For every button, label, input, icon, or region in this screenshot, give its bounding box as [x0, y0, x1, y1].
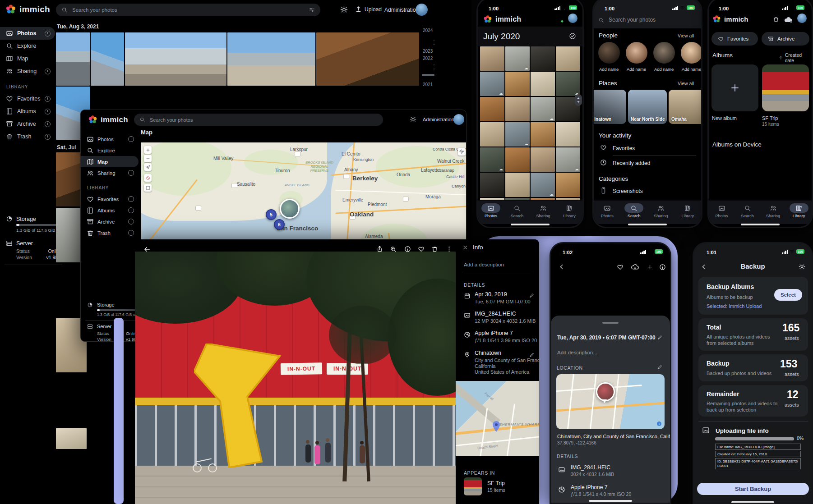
photo-thumbnail[interactable] — [505, 198, 530, 200]
info-icon[interactable] — [45, 109, 51, 115]
photo-thumbnail[interactable] — [91, 32, 124, 86]
photo-thumbnail[interactable] — [505, 147, 530, 172]
favorite-heart-icon[interactable] — [418, 246, 425, 252]
nav-sharing[interactable]: Sharing — [647, 203, 674, 218]
info-icon[interactable] — [128, 136, 134, 142]
photo-thumbnail[interactable] — [531, 173, 555, 197]
place-tile[interactable]: Omaha — [669, 90, 702, 124]
map-info-icon[interactable] — [656, 421, 662, 426]
search-input[interactable]: Search your photos — [56, 4, 320, 16]
immich-logo[interactable]: immich — [88, 115, 128, 124]
nav-library[interactable]: Library — [674, 203, 702, 218]
search-input[interactable]: Search your photos — [134, 114, 383, 126]
album-tile-sf-trip[interactable] — [762, 64, 809, 111]
back-arrow-icon[interactable] — [143, 245, 151, 253]
photo-thumbnail[interactable] — [531, 198, 555, 200]
info-icon[interactable] — [45, 121, 51, 127]
add-name-link[interactable]: Add name — [682, 67, 701, 72]
avatar[interactable] — [568, 14, 577, 23]
sidebar-item-explore[interactable]: Explore — [0, 40, 55, 52]
photo-thumbnail[interactable] — [556, 122, 580, 147]
photo-thumbnail[interactable] — [531, 147, 555, 172]
photo-thumbnail[interactable] — [505, 97, 530, 121]
info-icon[interactable] — [45, 96, 51, 102]
favorites-button[interactable]: Favorites — [711, 32, 758, 46]
photo-innout[interactable]: IN-N-OUT IN-N-OUT — [135, 252, 456, 504]
theme-sun-icon[interactable] — [340, 6, 348, 14]
search-input[interactable]: Search your photos — [598, 17, 656, 23]
person-face[interactable] — [598, 42, 620, 64]
photo-thumbnail[interactable] — [480, 72, 504, 96]
info-icon[interactable] — [45, 134, 51, 140]
nav-search[interactable]: Search — [504, 203, 530, 218]
sidebar-item-trash[interactable]: Trash — [0, 130, 55, 143]
photo-thumbnail[interactable] — [480, 198, 504, 200]
map-cluster-marker[interactable]: 5 — [266, 209, 277, 220]
description-input[interactable]: Add description... — [557, 350, 597, 355]
nav-sharing[interactable]: Sharing — [530, 203, 556, 218]
photo-thumbnail[interactable] — [480, 173, 504, 197]
photo-thumbnail[interactable] — [531, 72, 555, 96]
map-zoom-out-button[interactable] — [144, 155, 152, 162]
map-settings-gear-icon[interactable] — [458, 148, 466, 156]
immich-logo[interactable]: immich — [5, 4, 50, 15]
info-icon[interactable] — [128, 219, 134, 225]
location-minimap[interactable]: Pier 45 FISHERMAN'S WHARF Beach Street — [456, 381, 539, 456]
detail-sheet[interactable]: Tue, Apr 30, 2019 • 6:07 PM GMT-07:00 Ad… — [551, 316, 670, 504]
drag-handle[interactable] — [602, 322, 619, 324]
sidebar-item-photos[interactable]: Photos — [0, 27, 55, 40]
view-all-link[interactable]: View all — [678, 33, 694, 38]
select-button[interactable]: Select — [774, 289, 802, 301]
delete-icon[interactable] — [431, 246, 438, 252]
sidebar-item-archive[interactable]: Archive — [81, 216, 139, 227]
person-face[interactable] — [681, 42, 702, 64]
map-locate-button[interactable] — [144, 163, 152, 171]
nav-sharing[interactable]: Sharing — [760, 203, 786, 218]
photo-thumbnail[interactable] — [480, 97, 504, 121]
edit-pencil-icon[interactable] — [529, 293, 535, 298]
favorites-row[interactable]: Favorites — [613, 145, 635, 151]
map-toggle-markers-button[interactable] — [144, 174, 152, 182]
nav-photos[interactable]: Photos — [478, 203, 504, 218]
photo-thumbnail[interactable] — [531, 46, 555, 71]
edit-pencil-icon[interactable] — [529, 352, 535, 357]
info-icon[interactable] — [128, 196, 134, 202]
photo-thumbnail[interactable] — [556, 198, 580, 200]
recently-added-row[interactable]: Recently added — [613, 160, 650, 166]
edit-pencil-icon[interactable] — [657, 364, 663, 370]
photo-thumbnail[interactable] — [505, 72, 530, 96]
sidebar-item-archive[interactable]: Archive — [0, 118, 55, 130]
screenshots-row[interactable]: Screenshots — [613, 188, 643, 194]
photo-thumbnail[interactable] — [56, 428, 87, 449]
nav-search[interactable]: Search — [734, 203, 760, 218]
album-thumbnail[interactable] — [464, 477, 482, 495]
sidebar-item-photos[interactable]: Photos — [81, 133, 139, 145]
person-face[interactable] — [626, 42, 647, 64]
cloud-sync-icon[interactable] — [784, 16, 793, 23]
sort-by-created-date[interactable]: Created date — [779, 52, 812, 63]
sidebar-item-favorites[interactable]: Favorites — [81, 193, 139, 205]
fast-scroll-handle[interactable] — [575, 94, 582, 106]
trash-icon[interactable] — [773, 16, 779, 23]
sidebar-item-explore[interactable]: Explore — [81, 145, 139, 156]
add-to-album-icon[interactable] — [647, 264, 653, 270]
upload-button[interactable]: Upload — [355, 6, 382, 13]
place-tile[interactable]: Near North Side — [628, 90, 667, 124]
map-zoom-in-button[interactable] — [144, 146, 152, 154]
add-name-link[interactable]: Add name — [627, 67, 646, 72]
nav-library[interactable]: Library — [556, 203, 582, 218]
photo-thumbnail[interactable] — [531, 97, 555, 121]
more-kebab-icon[interactable] — [446, 246, 453, 252]
archive-button[interactable]: Archive — [762, 32, 809, 46]
info-icon[interactable] — [404, 246, 411, 252]
description-input[interactable]: Add a description — [464, 262, 504, 267]
administration-link[interactable]: Administration — [384, 7, 419, 13]
start-backup-button[interactable]: Start Backup — [697, 483, 809, 495]
photo-thumbnail[interactable] — [480, 147, 504, 172]
edit-pencil-icon[interactable] — [657, 334, 663, 340]
select-all-check-icon[interactable] — [569, 32, 576, 40]
nav-search[interactable]: Search — [621, 203, 648, 218]
sidebar-item-map[interactable]: Map — [81, 156, 139, 167]
zoom-icon[interactable] — [390, 246, 397, 252]
album-title[interactable]: SF Trip — [487, 480, 505, 486]
